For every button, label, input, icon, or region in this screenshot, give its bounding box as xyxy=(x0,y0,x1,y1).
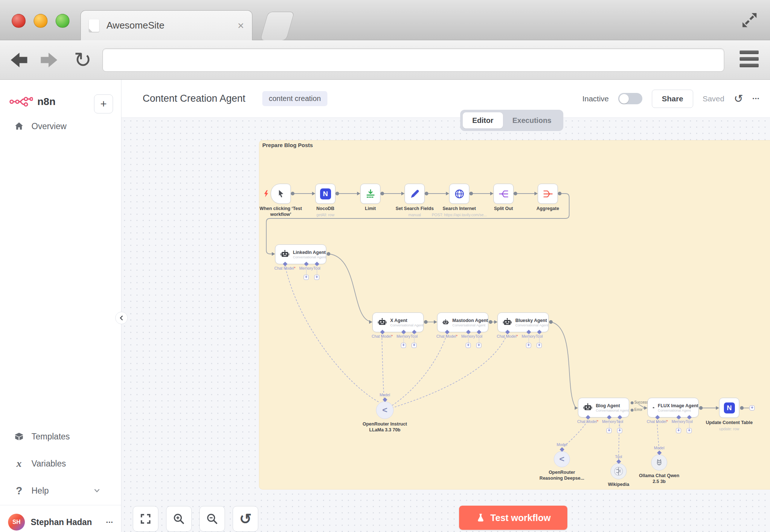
node-ollama[interactable]: Model Ollama Chat Qwen 2.5 3b xyxy=(651,454,667,471)
robot-icon xyxy=(503,318,512,327)
add-memory-button[interactable]: + xyxy=(526,343,531,348)
reset-zoom-button[interactable]: ↺ xyxy=(233,506,258,532)
add-tool-button[interactable]: + xyxy=(617,428,622,433)
chevron-down-icon xyxy=(93,487,101,494)
n8n-logo[interactable]: n8n xyxy=(10,96,56,108)
zoom-to-fit-button[interactable] xyxy=(133,506,158,532)
output-success-label: Success xyxy=(634,400,649,404)
sidebar-item-help[interactable]: ? Help xyxy=(0,482,121,499)
home-icon xyxy=(14,121,24,131)
sidebar-item-label: Templates xyxy=(31,432,70,442)
add-node-button[interactable]: + xyxy=(750,405,755,411)
add-memory-button[interactable]: + xyxy=(606,428,612,433)
cursor-icon xyxy=(276,189,286,199)
output-error-label: Error xyxy=(634,408,643,412)
undo-icon: ↺ xyxy=(239,512,252,526)
browser-tab[interactable]: AwesomeSite × xyxy=(80,10,252,40)
add-memory-button[interactable]: + xyxy=(676,428,681,433)
help-icon: ? xyxy=(14,485,24,497)
add-tool-button[interactable]: + xyxy=(476,343,481,348)
node-search-internet[interactable]: Search Internet POST: https://api.tavily… xyxy=(449,184,469,204)
tab-executions[interactable]: Executions xyxy=(503,112,561,128)
add-tool-button[interactable]: + xyxy=(687,428,692,433)
flask-icon xyxy=(476,513,485,522)
node-update-content-table[interactable]: N Update Content Table update: row xyxy=(719,398,739,418)
add-tool-button[interactable]: + xyxy=(412,343,417,348)
sidebar-collapse-button[interactable] xyxy=(115,312,128,324)
workflow-menu-dots-icon[interactable]: ••• xyxy=(752,96,760,101)
pencil-icon xyxy=(410,189,420,199)
browser-window: AwesomeSite × ↻ n8n + Overview Temp xyxy=(0,0,770,532)
globe-icon xyxy=(454,188,465,199)
history-icon[interactable]: ↺ xyxy=(734,93,743,104)
sidebar-item-variables[interactable]: x Variables xyxy=(0,455,121,472)
llama-icon xyxy=(654,457,665,468)
add-tool-button[interactable]: + xyxy=(314,275,319,280)
add-memory-button[interactable]: + xyxy=(304,275,309,280)
minimize-window-button[interactable] xyxy=(34,14,48,28)
forward-button[interactable] xyxy=(38,49,60,71)
node-nocodb[interactable]: N NocoDB getAll: row xyxy=(315,184,335,204)
workflow-canvas[interactable]: Prepare Blog Posts xyxy=(121,118,770,532)
workflow-title[interactable]: Content Creation Agent xyxy=(143,93,245,104)
status-label: Inactive xyxy=(582,94,609,103)
node-linkedin-agent[interactable]: LinkedIn Agent Conversational Agent Chat… xyxy=(275,244,326,264)
add-memory-button[interactable]: + xyxy=(466,343,471,348)
menu-icon[interactable] xyxy=(740,50,759,70)
zoom-in-button[interactable] xyxy=(166,506,192,532)
node-openrouter-reasoning[interactable]: < Model OpenRouter Reasoning Deepse... xyxy=(554,451,570,467)
avatar: SH xyxy=(8,514,25,531)
sidebar-item-overview[interactable]: Overview xyxy=(0,118,121,135)
node-blog-agent[interactable]: Blog Agent Conversational Agent Chat Mod… xyxy=(578,398,629,417)
nocodb-icon: N xyxy=(320,188,331,199)
node-set-search-fields[interactable]: Set Search Fields manual xyxy=(405,184,425,204)
chevron-left-icon xyxy=(118,315,125,321)
robot-icon xyxy=(442,318,449,327)
sidebar-item-label: Overview xyxy=(31,121,67,131)
sidebar-item-label: Help xyxy=(31,486,49,496)
new-tab-button[interactable] xyxy=(260,12,294,40)
node-aggregate[interactable]: Aggregate xyxy=(538,184,558,204)
share-button[interactable]: Share xyxy=(652,90,693,108)
zoom-window-button[interactable] xyxy=(56,14,70,28)
node-limit[interactable]: Limit xyxy=(360,184,380,204)
node-trigger[interactable]: When clicking ‘Test workflow’ xyxy=(271,184,291,204)
templates-box-icon xyxy=(14,431,24,442)
tab-editor[interactable]: Editor xyxy=(463,112,503,128)
zoom-out-button[interactable] xyxy=(199,506,225,532)
brand-name: n8n xyxy=(37,96,56,108)
view-tabs: Editor Executions xyxy=(460,110,563,131)
close-window-button[interactable] xyxy=(12,14,26,28)
node-bluesky-agent[interactable]: Bluesky Agent Conversational Agent Chat … xyxy=(497,312,549,332)
node-mastodon-agent[interactable]: Mastodon Agent Conversational Agent Chat… xyxy=(437,312,488,332)
add-tool-button[interactable]: + xyxy=(537,343,542,348)
node-x-agent[interactable]: X Agent Conversational Agent Chat Model*… xyxy=(372,312,424,332)
robot-icon xyxy=(280,250,290,259)
tab-close-icon[interactable]: × xyxy=(237,20,244,31)
add-workflow-button[interactable]: + xyxy=(94,94,113,113)
active-toggle[interactable] xyxy=(618,93,642,104)
address-bar[interactable] xyxy=(102,48,724,72)
node-openrouter-instruct[interactable]: < Model OpenRouter Instruct LLaMa 3.3 70… xyxy=(376,401,394,419)
user-menu-dots-icon[interactable]: ••• xyxy=(106,520,113,525)
node-flux-image-agent[interactable]: FLUX Image Agent Conversational Agent Ch… xyxy=(647,398,699,417)
tab-title: AwesomeSite xyxy=(106,20,230,31)
sidebar: n8n + Overview Templates x Variables ? H… xyxy=(0,80,121,532)
robot-icon xyxy=(653,403,654,413)
fullscreen-icon[interactable] xyxy=(741,12,758,29)
node-wikipedia[interactable]: Tool Wikipedia xyxy=(611,463,627,479)
test-workflow-button[interactable]: Test workflow xyxy=(459,506,567,530)
zoom-in-icon xyxy=(173,513,185,525)
robot-icon xyxy=(583,403,593,413)
back-button[interactable] xyxy=(8,49,30,71)
add-memory-button[interactable]: + xyxy=(401,343,406,348)
split-out-icon xyxy=(499,189,509,199)
user-row[interactable]: SH Stephan Hadan ••• xyxy=(8,514,113,531)
workflow-tag[interactable]: content creation xyxy=(262,91,327,106)
node-split-out[interactable]: Split Out xyxy=(493,184,514,204)
limit-icon xyxy=(365,188,376,199)
nocodb-icon: N xyxy=(724,402,735,413)
sidebar-item-templates[interactable]: Templates xyxy=(0,428,121,445)
reload-button[interactable]: ↻ xyxy=(72,49,94,71)
lightning-icon xyxy=(264,190,268,198)
